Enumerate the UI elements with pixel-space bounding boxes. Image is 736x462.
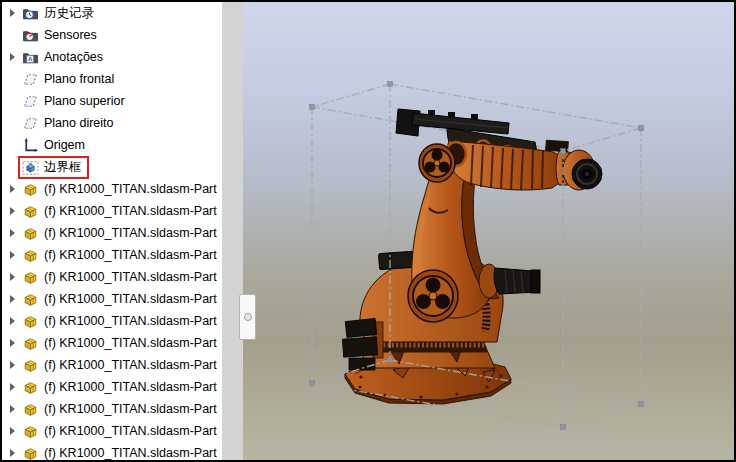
tree-item[interactable]: Plano frontal	[2, 68, 222, 90]
expand-arrow-triangle	[10, 361, 15, 369]
tree-item[interactable]: (f) KR1000_TITAN.sldasm-Part	[2, 442, 222, 460]
tree-item-content: (f) KR1000_TITAN.sldasm-Part	[20, 334, 222, 353]
tree-item-content: Sensores	[20, 26, 102, 45]
tree-item[interactable]: Sensores	[2, 24, 222, 46]
part-icon	[22, 445, 39, 461]
history-folder-icon	[22, 5, 39, 22]
expand-arrow-icon[interactable]	[5, 185, 20, 193]
robot-a3-motor[interactable]	[479, 264, 540, 298]
panel-splitter[interactable]	[222, 2, 245, 460]
tree-item-label: (f) KR1000_TITAN.sldasm-Part	[44, 226, 217, 240]
tree-item-content: (f) KR1000_TITAN.sldasm-Part	[20, 224, 222, 243]
origin-icon	[22, 137, 39, 154]
tree-item-label: Anotações	[44, 50, 103, 64]
tree-item-label: (f) KR1000_TITAN.sldasm-Part	[44, 402, 217, 416]
tree-item-content: (f) KR1000_TITAN.sldasm-Part	[20, 378, 222, 397]
tree-item[interactable]: (f) KR1000_TITAN.sldasm-Part	[2, 376, 222, 398]
tree-item-content: (f) KR1000_TITAN.sldasm-Part	[20, 180, 222, 199]
expand-arrow-icon[interactable]	[5, 9, 20, 17]
expand-arrow-icon[interactable]	[5, 207, 20, 215]
feature-manager-tree: 历史记录 Sensores A Anotações Plano frontal	[2, 2, 222, 460]
expand-arrow-icon[interactable]	[5, 449, 20, 457]
tree-item-label: Origem	[44, 138, 85, 152]
tree-item-content: 边界框	[20, 158, 87, 177]
part-icon	[22, 181, 39, 198]
expand-arrow-triangle	[10, 383, 15, 391]
tree-item-label: Plano frontal	[44, 72, 114, 86]
tree-item-content: A Anotações	[20, 48, 108, 67]
expand-arrow-triangle	[10, 427, 15, 435]
expand-arrow-triangle	[10, 9, 15, 17]
tree-item-content: (f) KR1000_TITAN.sldasm-Part	[20, 246, 222, 265]
expand-arrow-icon[interactable]	[5, 229, 20, 237]
tree-item[interactable]: (f) KR1000_TITAN.sldasm-Part	[2, 398, 222, 420]
expand-arrow-icon[interactable]	[5, 53, 20, 61]
tree-item[interactable]: (f) KR1000_TITAN.sldasm-Part	[2, 354, 222, 376]
expand-arrow-icon[interactable]	[5, 273, 20, 281]
reference-plane-icon	[22, 71, 39, 88]
tree-item[interactable]: Origem	[2, 134, 222, 156]
tree-item-label: 边界框	[44, 159, 82, 176]
bounding-box-icon	[22, 159, 39, 176]
tree-item[interactable]: (f) KR1000_TITAN.sldasm-Part	[2, 266, 222, 288]
tree-item[interactable]: (f) KR1000_TITAN.sldasm-Part	[2, 310, 222, 332]
part-icon	[22, 225, 39, 242]
robot-elbow-wheel[interactable]	[419, 144, 455, 182]
tree-item[interactable]: (f) KR1000_TITAN.sldasm-Part	[2, 200, 222, 222]
viewport-3d-scene	[243, 2, 734, 460]
expand-arrow-triangle	[10, 207, 15, 215]
expand-arrow-icon[interactable]	[5, 251, 20, 259]
tree-item[interactable]: Plano superior	[2, 90, 222, 112]
tree-item-label: Plano superior	[44, 94, 125, 108]
tree-item[interactable]: Plano direito	[2, 112, 222, 134]
graphics-area[interactable]	[243, 2, 734, 460]
tree-item-content: (f) KR1000_TITAN.sldasm-Part	[20, 202, 222, 221]
tree-item[interactable]: (f) KR1000_TITAN.sldasm-Part	[2, 244, 222, 266]
splitter-collapse-handle[interactable]	[239, 294, 256, 340]
svg-text:A: A	[28, 56, 33, 62]
tree-item-label: (f) KR1000_TITAN.sldasm-Part	[44, 424, 217, 438]
reference-plane-icon	[22, 115, 39, 132]
part-icon	[22, 313, 39, 330]
robot-shoulder-wheel[interactable]	[408, 270, 458, 322]
part-icon	[22, 269, 39, 286]
expand-arrow-triangle	[10, 295, 15, 303]
expand-arrow-triangle	[10, 449, 15, 457]
expand-arrow-icon[interactable]	[5, 405, 20, 413]
expand-arrow-icon[interactable]	[5, 427, 20, 435]
tree-item-content: Plano frontal	[20, 70, 119, 89]
splitter-grip-icon	[244, 313, 252, 321]
tree-item[interactable]: 历史记录	[2, 2, 222, 24]
expand-arrow-icon[interactable]	[5, 361, 20, 369]
annotations-folder-icon: A	[22, 49, 39, 66]
sensors-folder-icon	[22, 27, 39, 44]
tree-item-content: (f) KR1000_TITAN.sldasm-Part	[20, 268, 222, 287]
expand-arrow-icon[interactable]	[5, 317, 20, 325]
tree-item-label: (f) KR1000_TITAN.sldasm-Part	[44, 248, 217, 262]
tree-item[interactable]: A Anotações	[2, 46, 222, 68]
tree-item-label: (f) KR1000_TITAN.sldasm-Part	[44, 204, 217, 218]
tree-item[interactable]: (f) KR1000_TITAN.sldasm-Part	[2, 420, 222, 442]
application-window: 历史记录 Sensores A Anotações Plano frontal	[0, 0, 736, 462]
tree-item-label: (f) KR1000_TITAN.sldasm-Part	[44, 446, 217, 460]
part-icon	[22, 335, 39, 352]
tree-item-content: Plano direito	[20, 114, 119, 133]
expand-arrow-triangle	[10, 251, 15, 259]
expand-arrow-icon[interactable]	[5, 383, 20, 391]
expand-arrow-triangle	[10, 405, 15, 413]
tree-item[interactable]: (f) KR1000_TITAN.sldasm-Part	[2, 222, 222, 244]
tree-item[interactable]: (f) KR1000_TITAN.sldasm-Part	[2, 332, 222, 354]
tree-item-label: (f) KR1000_TITAN.sldasm-Part	[44, 358, 217, 372]
part-icon	[22, 291, 39, 308]
expand-arrow-icon[interactable]	[5, 339, 20, 347]
tree-item-content: (f) KR1000_TITAN.sldasm-Part	[20, 422, 222, 441]
tree-item[interactable]: (f) KR1000_TITAN.sldasm-Part	[2, 288, 222, 310]
expand-arrow-icon[interactable]	[5, 295, 20, 303]
part-icon	[22, 379, 39, 396]
tree-item[interactable]: (f) KR1000_TITAN.sldasm-Part	[2, 178, 222, 200]
tree-item[interactable]: 边界框	[2, 156, 222, 178]
tree-item-label: (f) KR1000_TITAN.sldasm-Part	[44, 314, 217, 328]
tree-item-label: (f) KR1000_TITAN.sldasm-Part	[44, 292, 217, 306]
tree-item-content: (f) KR1000_TITAN.sldasm-Part	[20, 356, 222, 375]
tree-item-label: 历史记录	[44, 5, 94, 22]
